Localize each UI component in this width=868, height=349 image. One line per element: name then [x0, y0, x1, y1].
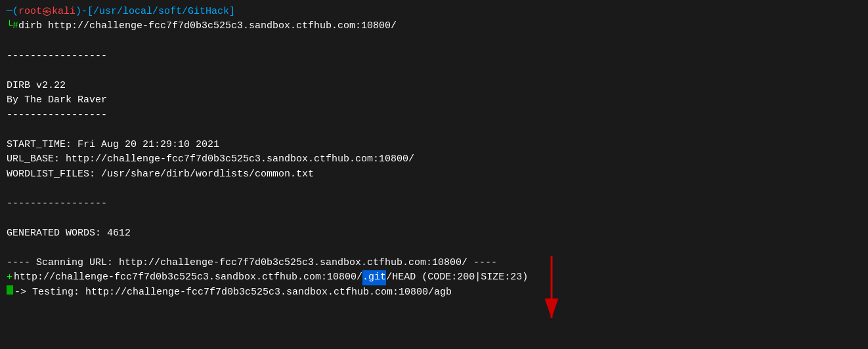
dashes-line-3: ----------------- [7, 197, 861, 212]
prompt-path: /usr/local/soft/GitHack [93, 6, 229, 17]
empty-line-4 [7, 182, 861, 197]
git-highlight: .git [362, 270, 386, 285]
found-line: + http://challenge-fcc7f7d0b3c525c3.sand… [7, 270, 861, 285]
dashes-line-1: ----------------- [7, 49, 861, 64]
start-time: START_TIME: Fri Aug 20 21:29:10 2021 [7, 138, 861, 153]
empty-line-5 [7, 211, 861, 226]
bracket-close: )-[ [76, 6, 93, 17]
prompt-hash: └# [7, 20, 18, 31]
generated-words: GENERATED WORDS: 4612 [7, 226, 861, 241]
prompt-command: dirb http://challenge-fcc7f7d0b3c525c3.s… [18, 20, 397, 31]
plus-sign: + [7, 270, 12, 285]
command-line: └# dirb http://challenge-fcc7f7d0b3c525c… [7, 20, 861, 31]
bracket-open: ─( [7, 6, 18, 17]
testing-line: -> Testing: http://challenge-fcc7f7d0b3c… [7, 285, 861, 300]
url-pre: http://challenge-fcc7f7d0b3c525c3.sandbo… [14, 270, 362, 285]
green-box [7, 285, 13, 295]
url-base: URL_BASE: http://challenge-fcc7f7d0b3c52… [7, 152, 861, 167]
terminal-window: ─(root㉿kali)-[/usr/local/soft/GitHack] └… [0, 0, 868, 349]
wordlist-files: WORDLIST_FILES: /usr/share/dirb/wordlist… [7, 167, 861, 182]
scanning-url: ---- Scanning URL: http://challenge-fcc7… [7, 256, 861, 271]
dirb-version: DIRB v2.22 [7, 79, 861, 94]
dashes-line-2: ----------------- [7, 108, 861, 123]
url-post: /HEAD (CODE:200|SIZE:23) [386, 270, 528, 285]
empty-line-3 [7, 123, 861, 138]
by-author: By The Dark Raver [7, 93, 861, 108]
path-close: ] [229, 6, 235, 17]
empty-line-1 [7, 34, 861, 49]
prompt-line: ─(root㉿kali)-[/usr/local/soft/GitHack] [7, 5, 861, 18]
testing-text: -> Testing: http://challenge-fcc7f7d0b3c… [14, 285, 452, 300]
empty-line-2 [7, 64, 861, 79]
empty-line-6 [7, 241, 861, 256]
prompt-host: kali [52, 6, 76, 17]
prompt-user: root [18, 6, 42, 17]
prompt-at: ㉿ [42, 5, 52, 18]
